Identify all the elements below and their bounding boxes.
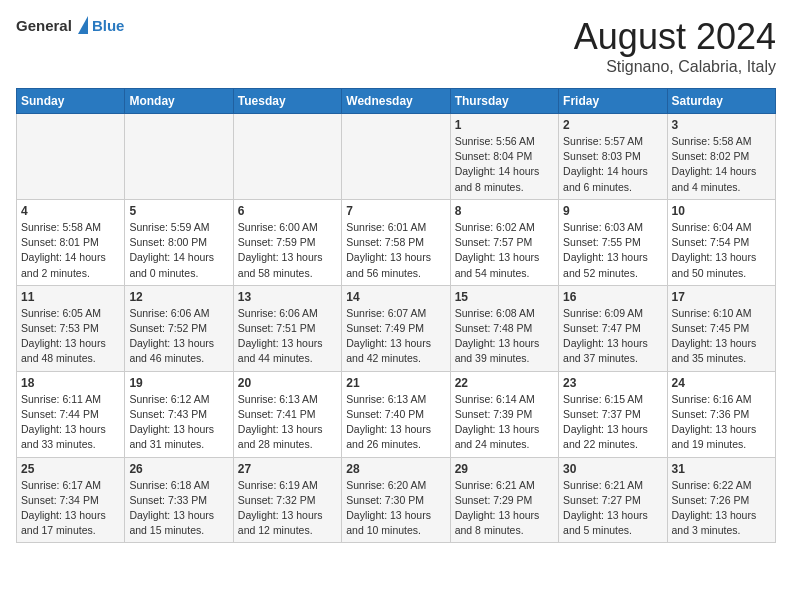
- day-number: 19: [129, 376, 228, 390]
- calendar-location: Stignano, Calabria, Italy: [574, 58, 776, 76]
- calendar-cell: 17Sunrise: 6:10 AM Sunset: 7:45 PM Dayli…: [667, 285, 775, 371]
- day-number: 8: [455, 204, 554, 218]
- weekday-row: SundayMondayTuesdayWednesdayThursdayFrid…: [17, 89, 776, 114]
- day-number: 10: [672, 204, 771, 218]
- calendar-cell: 28Sunrise: 6:20 AM Sunset: 7:30 PM Dayli…: [342, 457, 450, 543]
- calendar-cell: 14Sunrise: 6:07 AM Sunset: 7:49 PM Dayli…: [342, 285, 450, 371]
- logo-general: General: [16, 17, 72, 34]
- calendar-cell: 3Sunrise: 5:58 AM Sunset: 8:02 PM Daylig…: [667, 114, 775, 200]
- day-info: Sunrise: 6:19 AM Sunset: 7:32 PM Dayligh…: [238, 478, 337, 539]
- day-info: Sunrise: 6:22 AM Sunset: 7:26 PM Dayligh…: [672, 478, 771, 539]
- logo: General Blue: [16, 16, 124, 34]
- day-info: Sunrise: 6:21 AM Sunset: 7:27 PM Dayligh…: [563, 478, 662, 539]
- calendar-header: SundayMondayTuesdayWednesdayThursdayFrid…: [17, 89, 776, 114]
- calendar-cell: [125, 114, 233, 200]
- day-number: 26: [129, 462, 228, 476]
- calendar-cell: 13Sunrise: 6:06 AM Sunset: 7:51 PM Dayli…: [233, 285, 341, 371]
- page-header: General Blue August 2024 Stignano, Calab…: [16, 16, 776, 76]
- calendar-cell: [342, 114, 450, 200]
- calendar-cell: 15Sunrise: 6:08 AM Sunset: 7:48 PM Dayli…: [450, 285, 558, 371]
- day-info: Sunrise: 5:56 AM Sunset: 8:04 PM Dayligh…: [455, 134, 554, 195]
- day-number: 20: [238, 376, 337, 390]
- day-number: 14: [346, 290, 445, 304]
- day-number: 31: [672, 462, 771, 476]
- calendar-cell: 24Sunrise: 6:16 AM Sunset: 7:36 PM Dayli…: [667, 371, 775, 457]
- day-info: Sunrise: 6:14 AM Sunset: 7:39 PM Dayligh…: [455, 392, 554, 453]
- title-block: August 2024 Stignano, Calabria, Italy: [574, 16, 776, 76]
- day-info: Sunrise: 6:05 AM Sunset: 7:53 PM Dayligh…: [21, 306, 120, 367]
- day-number: 27: [238, 462, 337, 476]
- calendar-body: 1Sunrise: 5:56 AM Sunset: 8:04 PM Daylig…: [17, 114, 776, 543]
- day-number: 23: [563, 376, 662, 390]
- day-number: 30: [563, 462, 662, 476]
- logo-blue: Blue: [92, 17, 125, 34]
- weekday-header-thursday: Thursday: [450, 89, 558, 114]
- calendar-week-5: 25Sunrise: 6:17 AM Sunset: 7:34 PM Dayli…: [17, 457, 776, 543]
- day-number: 21: [346, 376, 445, 390]
- calendar-cell: 31Sunrise: 6:22 AM Sunset: 7:26 PM Dayli…: [667, 457, 775, 543]
- weekday-header-friday: Friday: [559, 89, 667, 114]
- calendar-cell: [233, 114, 341, 200]
- day-info: Sunrise: 6:20 AM Sunset: 7:30 PM Dayligh…: [346, 478, 445, 539]
- calendar-cell: 5Sunrise: 5:59 AM Sunset: 8:00 PM Daylig…: [125, 199, 233, 285]
- day-number: 3: [672, 118, 771, 132]
- day-info: Sunrise: 6:18 AM Sunset: 7:33 PM Dayligh…: [129, 478, 228, 539]
- day-number: 22: [455, 376, 554, 390]
- calendar-cell: 30Sunrise: 6:21 AM Sunset: 7:27 PM Dayli…: [559, 457, 667, 543]
- day-number: 25: [21, 462, 120, 476]
- day-info: Sunrise: 6:16 AM Sunset: 7:36 PM Dayligh…: [672, 392, 771, 453]
- day-info: Sunrise: 6:09 AM Sunset: 7:47 PM Dayligh…: [563, 306, 662, 367]
- calendar-cell: 8Sunrise: 6:02 AM Sunset: 7:57 PM Daylig…: [450, 199, 558, 285]
- weekday-header-tuesday: Tuesday: [233, 89, 341, 114]
- day-info: Sunrise: 6:01 AM Sunset: 7:58 PM Dayligh…: [346, 220, 445, 281]
- calendar-cell: 16Sunrise: 6:09 AM Sunset: 7:47 PM Dayli…: [559, 285, 667, 371]
- day-info: Sunrise: 6:07 AM Sunset: 7:49 PM Dayligh…: [346, 306, 445, 367]
- calendar-cell: 9Sunrise: 6:03 AM Sunset: 7:55 PM Daylig…: [559, 199, 667, 285]
- calendar-cell: 18Sunrise: 6:11 AM Sunset: 7:44 PM Dayli…: [17, 371, 125, 457]
- day-info: Sunrise: 5:58 AM Sunset: 8:01 PM Dayligh…: [21, 220, 120, 281]
- weekday-header-monday: Monday: [125, 89, 233, 114]
- day-number: 16: [563, 290, 662, 304]
- day-number: 12: [129, 290, 228, 304]
- calendar-week-2: 4Sunrise: 5:58 AM Sunset: 8:01 PM Daylig…: [17, 199, 776, 285]
- calendar-cell: 27Sunrise: 6:19 AM Sunset: 7:32 PM Dayli…: [233, 457, 341, 543]
- day-info: Sunrise: 6:11 AM Sunset: 7:44 PM Dayligh…: [21, 392, 120, 453]
- weekday-header-sunday: Sunday: [17, 89, 125, 114]
- day-info: Sunrise: 5:59 AM Sunset: 8:00 PM Dayligh…: [129, 220, 228, 281]
- calendar-cell: 7Sunrise: 6:01 AM Sunset: 7:58 PM Daylig…: [342, 199, 450, 285]
- calendar-cell: 23Sunrise: 6:15 AM Sunset: 7:37 PM Dayli…: [559, 371, 667, 457]
- day-info: Sunrise: 6:12 AM Sunset: 7:43 PM Dayligh…: [129, 392, 228, 453]
- day-info: Sunrise: 6:21 AM Sunset: 7:29 PM Dayligh…: [455, 478, 554, 539]
- day-number: 29: [455, 462, 554, 476]
- day-number: 24: [672, 376, 771, 390]
- day-number: 6: [238, 204, 337, 218]
- calendar-cell: 21Sunrise: 6:13 AM Sunset: 7:40 PM Dayli…: [342, 371, 450, 457]
- day-info: Sunrise: 6:06 AM Sunset: 7:51 PM Dayligh…: [238, 306, 337, 367]
- day-number: 13: [238, 290, 337, 304]
- day-info: Sunrise: 6:03 AM Sunset: 7:55 PM Dayligh…: [563, 220, 662, 281]
- calendar-cell: 11Sunrise: 6:05 AM Sunset: 7:53 PM Dayli…: [17, 285, 125, 371]
- day-info: Sunrise: 6:13 AM Sunset: 7:40 PM Dayligh…: [346, 392, 445, 453]
- day-info: Sunrise: 6:06 AM Sunset: 7:52 PM Dayligh…: [129, 306, 228, 367]
- day-info: Sunrise: 6:13 AM Sunset: 7:41 PM Dayligh…: [238, 392, 337, 453]
- day-number: 5: [129, 204, 228, 218]
- day-number: 15: [455, 290, 554, 304]
- day-number: 28: [346, 462, 445, 476]
- day-info: Sunrise: 6:10 AM Sunset: 7:45 PM Dayligh…: [672, 306, 771, 367]
- day-info: Sunrise: 6:02 AM Sunset: 7:57 PM Dayligh…: [455, 220, 554, 281]
- day-info: Sunrise: 6:15 AM Sunset: 7:37 PM Dayligh…: [563, 392, 662, 453]
- day-number: 18: [21, 376, 120, 390]
- day-number: 2: [563, 118, 662, 132]
- calendar-cell: 19Sunrise: 6:12 AM Sunset: 7:43 PM Dayli…: [125, 371, 233, 457]
- day-number: 1: [455, 118, 554, 132]
- calendar-cell: 20Sunrise: 6:13 AM Sunset: 7:41 PM Dayli…: [233, 371, 341, 457]
- calendar-table: SundayMondayTuesdayWednesdayThursdayFrid…: [16, 88, 776, 543]
- calendar-week-4: 18Sunrise: 6:11 AM Sunset: 7:44 PM Dayli…: [17, 371, 776, 457]
- day-number: 17: [672, 290, 771, 304]
- calendar-week-1: 1Sunrise: 5:56 AM Sunset: 8:04 PM Daylig…: [17, 114, 776, 200]
- calendar-cell: 2Sunrise: 5:57 AM Sunset: 8:03 PM Daylig…: [559, 114, 667, 200]
- weekday-header-wednesday: Wednesday: [342, 89, 450, 114]
- day-number: 7: [346, 204, 445, 218]
- day-info: Sunrise: 6:08 AM Sunset: 7:48 PM Dayligh…: [455, 306, 554, 367]
- logo-triangle-icon: [78, 16, 88, 34]
